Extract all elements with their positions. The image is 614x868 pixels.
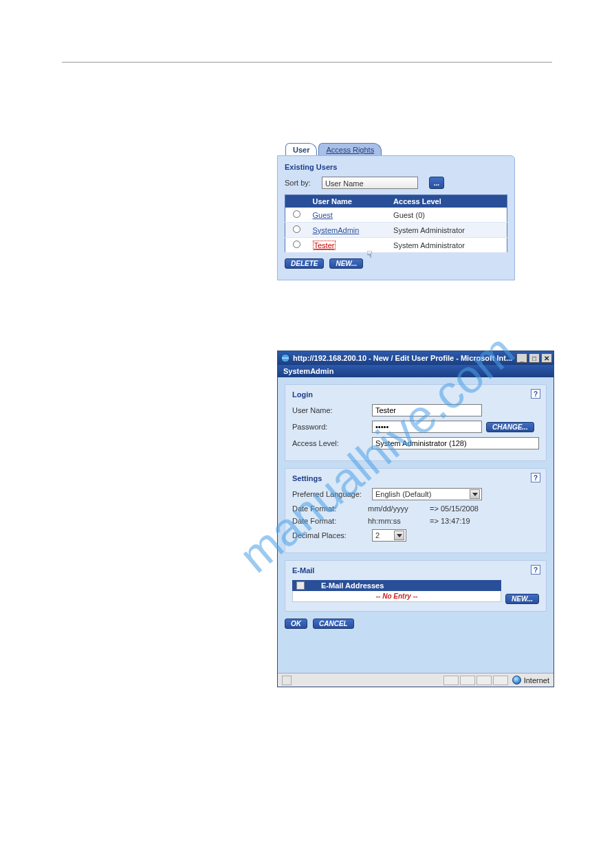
delete-button[interactable]: DELETE [285,258,324,269]
sort-row: Sort by: User Name ... [285,177,507,189]
zone-label: Internet [524,676,549,685]
user-link-tester[interactable]: Tester [313,241,336,250]
settings-section: Settings ? Preferred Language: English (… [285,468,547,553]
col-select [285,195,309,208]
col-username: User Name [309,195,390,208]
time-format-value: hh:mm:ss [368,517,430,525]
change-password-button[interactable]: CHANGE... [486,422,534,432]
login-title: Login [292,390,539,399]
login-section: Login ? User Name: Password: CHANGE... A… [285,384,547,461]
maximize-button[interactable]: □ [529,353,540,363]
ie-window: http://192.168.200.10 - New / Edit User … [277,350,554,687]
user-level: Guest (0) [389,208,507,223]
table-row: SystemAdmin System Administrator [285,223,507,238]
page-divider [62,62,552,63]
email-checkbox[interactable] [296,581,305,590]
date-format-value: mm/dd/yyyy [368,504,430,513]
date-format-example: => 05/15/2008 [430,504,505,513]
time-format-example: => 13:47:19 [430,517,505,525]
status-page-icon [282,676,292,685]
sort-button[interactable]: ... [429,177,444,189]
panel-title: Existing Users [285,163,507,171]
col-access: Access Level [389,195,507,208]
user-level: System Administrator [389,238,507,253]
ie-body: Login ? User Name: Password: CHANGE... A… [278,377,553,673]
sort-field[interactable]: User Name [322,177,418,189]
access-level-label: Access Level: [292,439,368,447]
subheader: SystemAdmin [278,365,553,377]
email-header: E-Mail Addresses [292,580,501,591]
password-input[interactable] [372,421,482,433]
time-format-label: Date Format: [292,517,368,525]
user-link-systemadmin[interactable]: SystemAdmin [313,226,360,234]
help-icon[interactable]: ? [531,473,540,482]
decimal-label: Decimal Places: [292,531,368,539]
table-row: Tester System Administrator [285,238,507,253]
titlebar[interactable]: http://192.168.200.10 - New / Edit User … [278,351,553,365]
help-icon[interactable]: ? [531,389,540,399]
settings-title: Settings [292,474,539,482]
tab-bar: User Access Rights [285,140,515,155]
email-no-entry: -- No Entry -- [292,591,501,602]
users-body: Existing Users Sort by: User Name ... Us… [277,155,515,280]
sort-label: Sort by: [285,179,311,187]
row-radio[interactable] [293,210,300,218]
cancel-button[interactable]: CANCEL [313,619,354,629]
email-new-button[interactable]: NEW... [505,594,539,604]
help-icon[interactable]: ? [531,565,540,575]
email-title: E-Mail [292,566,539,575]
access-level-field[interactable] [372,437,539,449]
existing-users-panel: User Access Rights Existing Users Sort b… [277,140,515,280]
status-cell [460,676,475,685]
users-table: User Name Access Level Guest Guest (0) S… [285,194,507,253]
status-bar: Internet [278,673,553,687]
ok-button[interactable]: OK [285,619,307,629]
globe-icon [512,676,521,685]
chevron-down-icon [394,531,404,540]
password-label: Password: [292,423,368,431]
table-row: Guest Guest (0) [285,208,507,223]
ie-logo-icon [281,353,290,363]
username-input[interactable] [372,404,482,416]
decimal-value: 2 [375,531,380,539]
status-cell [443,676,459,685]
chevron-down-icon [470,489,480,499]
language-value: English (Default) [375,490,431,498]
language-label: Preferred Language: [292,490,368,498]
user-link-guest[interactable]: Guest [313,211,333,219]
status-cells [443,676,508,685]
tab-access-rights[interactable]: Access Rights [318,143,382,155]
tab-user[interactable]: User [285,143,317,155]
email-header-text: E-Mail Addresses [321,581,384,590]
status-cell [493,676,508,685]
row-radio[interactable] [293,225,300,233]
status-cell [476,676,492,685]
username-label: User Name: [292,406,368,414]
user-level: System Administrator [389,223,507,238]
email-section: E-Mail ? E-Mail Addresses -- No Entry --… [285,560,547,612]
date-format-label: Date Format: [292,504,368,513]
language-select[interactable]: English (Default) [372,488,482,500]
window-title: http://192.168.200.10 - New / Edit User … [293,354,515,362]
row-radio[interactable] [293,241,300,248]
new-button[interactable]: NEW... [329,258,363,269]
minimize-button[interactable]: _ [516,353,527,363]
security-zone[interactable]: Internet [512,676,549,685]
close-button[interactable]: ✕ [541,353,552,363]
decimal-select[interactable]: 2 [372,529,406,542]
